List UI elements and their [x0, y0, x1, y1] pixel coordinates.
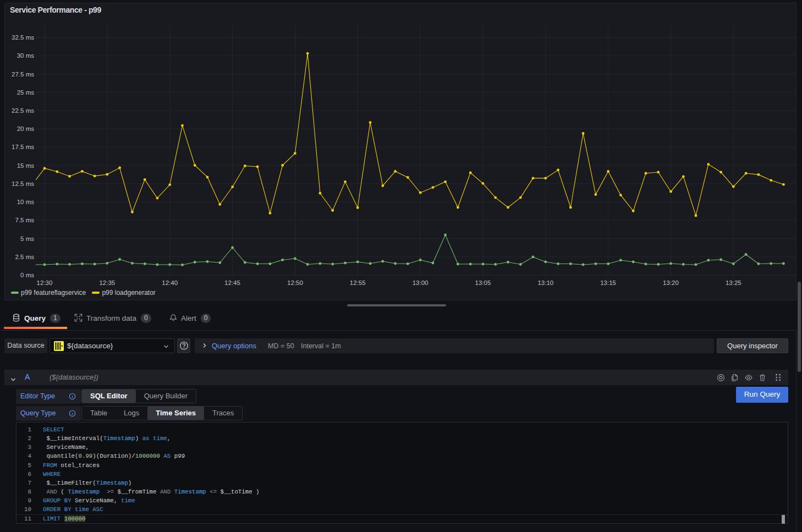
svg-text:32.5 ms: 32.5 ms: [12, 34, 34, 41]
svg-text:15 ms: 15 ms: [17, 162, 35, 169]
svg-text:5 ms: 5 ms: [20, 235, 34, 242]
svg-text:12:50: 12:50: [287, 279, 303, 286]
svg-text:22.5 ms: 22.5 ms: [12, 107, 34, 114]
svg-text:10 ms: 10 ms: [17, 199, 35, 205]
svg-text:13:15: 13:15: [600, 279, 616, 286]
svg-text:13:25: 13:25: [726, 279, 741, 286]
svg-text:12:40: 12:40: [162, 279, 178, 286]
svg-text:7.5 ms: 7.5 ms: [15, 217, 34, 223]
svg-text:0 ms: 0 ms: [20, 272, 34, 278]
svg-text:12.5 ms: 12.5 ms: [12, 180, 34, 187]
svg-text:20 ms: 20 ms: [17, 125, 35, 132]
svg-text:13:05: 13:05: [475, 279, 491, 286]
svg-text:30 ms: 30 ms: [17, 52, 35, 59]
svg-text:12:45: 12:45: [224, 279, 240, 286]
svg-text:12:55: 12:55: [350, 279, 366, 286]
svg-text:27.5 ms: 27.5 ms: [12, 71, 34, 78]
svg-text:12:30: 12:30: [37, 279, 53, 286]
svg-text:13:20: 13:20: [663, 279, 679, 286]
svg-text:13:00: 13:00: [413, 279, 429, 286]
svg-text:25 ms: 25 ms: [17, 89, 35, 96]
svg-text:13:10: 13:10: [537, 279, 553, 286]
svg-text:2.5 ms: 2.5 ms: [15, 254, 34, 260]
svg-text:12:35: 12:35: [99, 279, 115, 286]
svg-text:17.5 ms: 17.5 ms: [12, 144, 34, 150]
